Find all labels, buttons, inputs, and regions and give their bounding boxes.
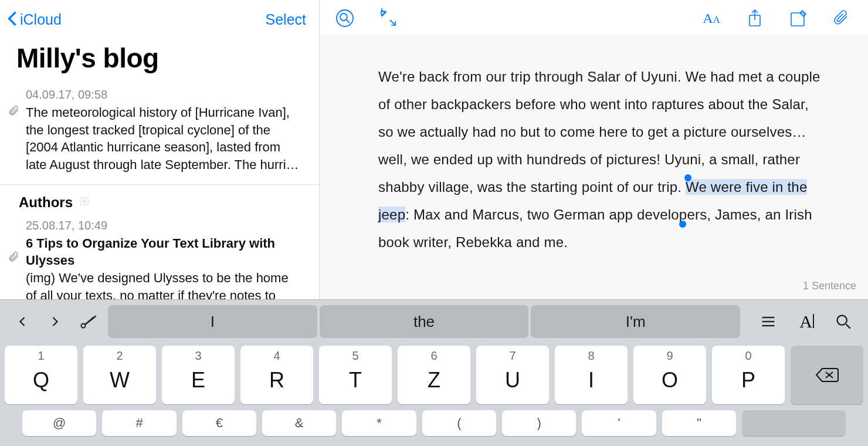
editor-pane: AA We're back from our trip through Sala… <box>320 0 868 299</box>
share-icon[interactable] <box>745 8 765 28</box>
svg-line-3 <box>347 20 350 23</box>
key-apos[interactable]: ' <box>582 410 656 436</box>
key-return[interactable] <box>742 410 846 436</box>
note-preview: The meteorological history of [Hurricane… <box>26 104 303 174</box>
editor-text-before: We're back from our trip through Salar o… <box>378 69 820 195</box>
suggestion-bar: I the I'm A <box>0 300 868 343</box>
note-title: 6 Tips to Organize Your Text Library wit… <box>26 236 275 268</box>
list-icon[interactable] <box>760 313 777 330</box>
key-r[interactable]: 4R <box>240 346 313 404</box>
note-preview: (img) We've designed Ulysses to be the h… <box>26 271 289 299</box>
paperclip-icon <box>8 251 20 263</box>
key-rparen[interactable]: ) <box>502 410 576 436</box>
svg-line-6 <box>391 21 395 25</box>
paperclip-icon[interactable] <box>832 8 852 28</box>
section-header-label: Authors <box>19 194 73 211</box>
suggestion[interactable]: I <box>108 305 317 338</box>
compose-icon[interactable] <box>788 8 808 28</box>
key-w[interactable]: 2W <box>83 346 156 404</box>
back-button[interactable]: iCloud <box>6 11 62 28</box>
svg-line-22 <box>846 325 850 329</box>
selection-handle-end[interactable] <box>679 221 686 228</box>
key-lparen[interactable]: ( <box>422 410 496 436</box>
keyboard-row: 1Q 2W 3E 4R 5T 6Z 7U 8I 9O 0P <box>5 346 863 404</box>
undo-icon[interactable] <box>14 313 30 330</box>
chevron-left-icon <box>6 11 19 28</box>
svg-point-11 <box>82 324 86 328</box>
redo-icon[interactable] <box>47 313 63 330</box>
key-euro[interactable]: € <box>182 410 256 436</box>
svg-line-17 <box>85 316 96 325</box>
key-at[interactable]: @ <box>22 410 96 436</box>
section-header[interactable]: Authors <box>0 185 319 215</box>
cut-icon[interactable] <box>80 313 96 330</box>
select-button[interactable]: Select <box>266 11 306 28</box>
keyboard-row: @ # € & * ( ) ' " <box>5 410 863 436</box>
svg-point-21 <box>838 316 847 325</box>
page-title: Milly's blog <box>0 34 319 85</box>
key-hash[interactable]: # <box>102 410 176 436</box>
key-amp[interactable]: & <box>262 410 336 436</box>
text-cursor-icon[interactable]: A <box>798 313 814 330</box>
svg-point-1 <box>337 10 353 26</box>
suggestion[interactable]: I'm <box>531 305 740 338</box>
svg-point-2 <box>340 13 347 21</box>
editor-body[interactable]: We're back from our trip through Salar o… <box>378 63 821 256</box>
paperclip-icon <box>8 105 20 117</box>
note-date: 04.09.17, 09:58 <box>26 88 303 102</box>
text-style-icon[interactable]: AA <box>701 8 721 28</box>
gear-icon <box>79 194 90 211</box>
expand-icon[interactable] <box>378 8 398 28</box>
note-date: 25.08.17, 10:49 <box>26 219 303 232</box>
keyboard: I the I'm A 1Q 2W 3E 4R 5T 6Z 7U 8I 9O <box>0 299 868 446</box>
editor-text-after: : Max and Marcus, two German app develop… <box>378 207 812 250</box>
key-e[interactable]: 3E <box>162 346 235 404</box>
key-backspace[interactable] <box>791 346 863 404</box>
key-t[interactable]: 5T <box>319 346 392 404</box>
notes-sidebar: iCloud Select Milly's blog 04.09.17, 09:… <box>0 0 320 299</box>
suggestion[interactable]: the <box>320 305 529 338</box>
back-label: iCloud <box>20 11 62 28</box>
key-quote[interactable]: " <box>662 410 736 436</box>
search-icon[interactable] <box>335 8 355 28</box>
note-item[interactable]: 04.09.17, 09:58 The meteorological histo… <box>0 85 319 185</box>
svg-point-0 <box>83 200 86 202</box>
key-q[interactable]: 1Q <box>5 346 77 404</box>
key-o[interactable]: 9O <box>633 346 706 404</box>
key-i[interactable]: 8I <box>555 346 628 404</box>
note-item[interactable]: 25.08.17, 10:49 6 Tips to Organize Your … <box>0 215 319 299</box>
editor-toolbar: AA <box>320 0 868 36</box>
status-badge: 1 Sentence <box>803 280 856 292</box>
key-u[interactable]: 7U <box>476 346 549 404</box>
search-icon[interactable] <box>835 313 852 330</box>
key-star[interactable]: * <box>342 410 416 436</box>
key-z[interactable]: 6Z <box>398 346 470 404</box>
key-p[interactable]: 0P <box>712 346 785 404</box>
